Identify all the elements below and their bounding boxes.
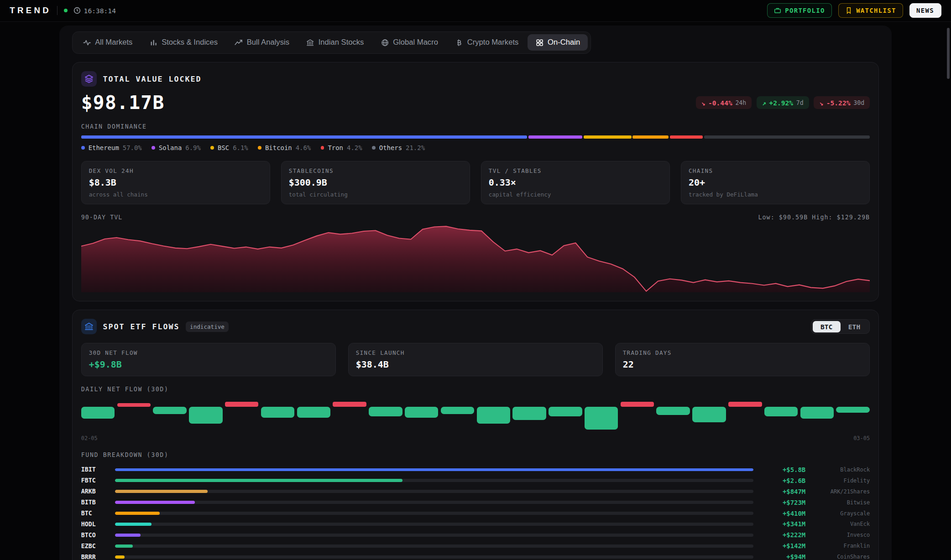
market-tabbar: All Markets Stocks & Indices Bull Analys… — [72, 31, 591, 54]
status-dot — [64, 9, 68, 12]
tab-crypto-markets[interactable]: Crypto Markets — [447, 34, 527, 51]
tab-label: Global Macro — [393, 38, 438, 47]
change-badge-7d: ↗ +2.92% 7d — [757, 96, 809, 109]
fund-ticker: ARKB — [81, 488, 107, 495]
trend-up-icon — [235, 39, 242, 47]
daily-flow-bar — [153, 401, 186, 431]
stat-trading-days: TRADING DAYS 22 — [615, 343, 870, 376]
fund-issuer: Franklin — [814, 543, 870, 549]
inflow-bar — [800, 407, 834, 419]
outflow-bar — [621, 402, 654, 407]
briefcase-icon — [774, 7, 781, 14]
fund-issuer: CoinShares — [814, 554, 870, 560]
fund-bar-fill — [115, 490, 208, 493]
stat-label: 30D NET FLOW — [89, 349, 329, 356]
tvl-value: $98.17B — [81, 92, 165, 114]
tab-label: All Markets — [95, 38, 132, 47]
scrollbar-thumb[interactable] — [947, 28, 950, 79]
news-button[interactable]: NEWS — [909, 3, 941, 18]
legend-name: Tron — [328, 144, 343, 151]
daily-flow-bar — [585, 401, 618, 431]
fund-amount: +$5.8B — [762, 466, 806, 473]
dominance-segment-bitcoin — [632, 135, 669, 139]
legend-ethereum: Ethereum57.0% — [81, 144, 142, 151]
dominance-segment-tron — [670, 135, 703, 139]
tab-bull-analysis[interactable]: Bull Analysis — [227, 34, 297, 51]
stat-label: DEX VOL 24H — [89, 167, 262, 174]
legend-dot — [321, 146, 324, 150]
inflow-bar — [549, 407, 582, 416]
legend-dot — [81, 146, 85, 150]
tab-all-markets[interactable]: All Markets — [75, 34, 140, 51]
fund-bar-track — [115, 534, 753, 537]
grid-icon — [536, 39, 543, 47]
stat-tvl-stables: TVL / STABLES 0.33× capital efficiency — [481, 161, 670, 204]
dominance-segment-others — [704, 135, 870, 139]
tab-global-macro[interactable]: Global Macro — [373, 34, 446, 51]
fund-bar-fill — [115, 555, 125, 559]
daily-flow-bar — [297, 401, 330, 431]
fund-bar-fill — [115, 501, 195, 504]
flow-date-end: 03-05 — [853, 435, 870, 441]
legend-dot — [210, 146, 214, 150]
toggle-eth[interactable]: ETH — [841, 321, 868, 332]
topbar-right: PORTFOLIO WATCHLIST NEWS — [767, 3, 941, 18]
stat-value: 0.33× — [489, 177, 662, 188]
outflow-bar — [728, 402, 762, 407]
legend-dot — [258, 146, 261, 150]
chain-dominance-legend: Ethereum57.0%Solana6.9%BSC6.1%Bitcoin4.6… — [81, 144, 870, 151]
bar-chart-icon — [150, 39, 157, 47]
tab-label: Bull Analysis — [247, 38, 289, 47]
outflow-bar — [333, 402, 366, 407]
fund-bar-track — [115, 479, 753, 482]
watchlist-button[interactable]: WATCHLIST — [838, 3, 904, 18]
fund-bar-track — [115, 468, 753, 472]
trend-dashboard: { "topbar": { "logo": "TREND", "time": "… — [0, 0, 951, 560]
topbar: TREND 16:38:14 PORTFOLIO WATCHLIST NEWS — [0, 0, 951, 22]
daily-flow-bar — [800, 401, 834, 431]
clock-icon — [73, 7, 81, 14]
fund-row-btc: BTC+$410MGrayscale — [81, 508, 870, 519]
stat-sub: capital efficiency — [489, 191, 662, 198]
layers-icon — [81, 71, 97, 87]
tvl-change-badges: ↘ -0.44% 24h ↗ +2.92% 7d ↘ -5.22% 30d — [696, 96, 870, 109]
flow-date-row: 02-05 03-05 — [81, 435, 870, 441]
fund-amount: +$847M — [762, 488, 806, 495]
flow-date-start: 02-05 — [81, 435, 98, 441]
inflow-bar — [585, 407, 618, 430]
inflow-bar — [477, 407, 510, 424]
daily-flow-bar — [261, 401, 294, 431]
toggle-btc[interactable]: BTC — [813, 321, 841, 332]
bitcoin-icon — [455, 39, 463, 47]
daily-flow-bar — [441, 401, 474, 431]
fund-amount: +$341M — [762, 520, 806, 528]
inflow-bar — [656, 407, 690, 415]
outflow-bar — [225, 402, 258, 407]
fund-bar-track — [115, 544, 753, 548]
tvl-card: TOTAL VALUE LOCKED $98.17B ↘ -0.44% 24h … — [72, 62, 879, 301]
inflow-bar — [261, 407, 294, 418]
portfolio-button[interactable]: PORTFOLIO — [767, 3, 832, 18]
fund-issuer: Fidelity — [814, 477, 870, 484]
fund-row-arkb: ARKB+$847MARK/21Shares — [81, 486, 870, 497]
change-value: +2.92% — [769, 99, 793, 107]
daily-flow-bar — [225, 401, 258, 431]
stat-stablecoins: STABLECOINS $300.9B total circulating — [281, 161, 470, 204]
fund-amount: +$723M — [762, 499, 806, 506]
fund-amount: +$2.6B — [762, 477, 806, 484]
tvl-value-row: $98.17B ↘ -0.44% 24h ↗ +2.92% 7d ↘ -5.22… — [81, 92, 870, 114]
fund-breakdown-label: FUND BREAKDOWN (30D) — [81, 451, 870, 458]
tab-stocks-indices[interactable]: Stocks & Indices — [141, 34, 225, 51]
app-logo: TREND — [10, 5, 51, 16]
topbar-left: TREND 16:38:14 — [10, 5, 116, 16]
outflow-bar — [117, 403, 151, 407]
daily-flow-bar — [836, 401, 869, 431]
fund-issuer: ARK/21Shares — [814, 488, 870, 495]
stat-dex-volume: DEX VOL 24H $8.3B across all chains — [81, 161, 270, 204]
tab-indian-stocks[interactable]: Indian Stocks — [298, 34, 372, 51]
fund-bar-fill — [115, 544, 133, 548]
tab-on-chain[interactable]: On-Chain — [528, 34, 588, 51]
fund-breakdown-list: IBIT+$5.8BBlackRockFBTC+$2.6BFidelityARK… — [81, 464, 870, 560]
daily-flow-bar — [656, 401, 690, 431]
inflow-bar — [764, 407, 798, 416]
